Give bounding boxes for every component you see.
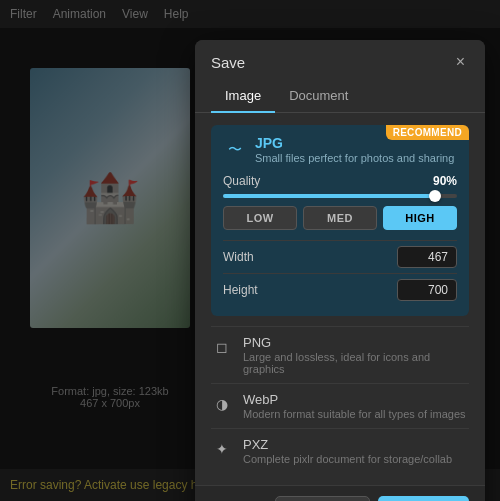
tab-image[interactable]: Image	[211, 82, 275, 113]
png-icon: ◻	[211, 336, 233, 358]
pxz-format-option[interactable]: ✦ PXZ Complete pixlr document for storag…	[211, 428, 469, 473]
quality-label: Quality	[223, 174, 260, 188]
width-input[interactable]	[397, 246, 457, 268]
pxz-format-desc: Complete pixlr document for storage/coll…	[243, 453, 452, 465]
jpg-icon: 〜	[223, 138, 247, 162]
height-row: Height	[223, 273, 457, 306]
save-dialog: Save × Image Document 〜 JPG Small files …	[195, 40, 485, 501]
pxz-icon: ✦	[211, 438, 233, 460]
dialog-body: 〜 JPG Small files perfect for photos and…	[195, 113, 485, 485]
pxz-format-text: PXZ Complete pixlr document for storage/…	[243, 437, 452, 465]
quality-row: Quality 90%	[223, 174, 457, 188]
png-format-text: PNG Large and lossless, ideal for icons …	[243, 335, 469, 375]
height-label: Height	[223, 283, 258, 297]
height-input[interactable]	[397, 279, 457, 301]
quality-slider[interactable]	[223, 194, 457, 198]
width-label: Width	[223, 250, 254, 264]
jpg-format-desc: Small files perfect for photos and shari…	[255, 152, 454, 164]
quality-med-button[interactable]: MED	[303, 206, 377, 230]
png-format-name: PNG	[243, 335, 469, 350]
quality-slider-container[interactable]	[223, 194, 457, 198]
png-format-desc: Large and lossless, ideal for icons and …	[243, 351, 469, 375]
dialog-footer: CANCEL SAVE AS	[195, 485, 485, 501]
quality-high-button[interactable]: HIGH	[383, 206, 457, 230]
webp-format-option[interactable]: ◑ WebP Modern format suitable for all ty…	[211, 383, 469, 428]
quality-value: 90%	[433, 174, 457, 188]
dialog-header: Save ×	[195, 40, 485, 82]
webp-format-text: WebP Modern format suitable for all type…	[243, 392, 466, 420]
slider-thumb	[429, 190, 441, 202]
jpg-format-section[interactable]: 〜 JPG Small files perfect for photos and…	[211, 125, 469, 316]
recommend-badge: Recommend	[386, 125, 469, 140]
webp-icon: ◑	[211, 393, 233, 415]
webp-format-name: WebP	[243, 392, 466, 407]
slider-fill	[223, 194, 434, 198]
quality-low-button[interactable]: LOW	[223, 206, 297, 230]
tab-document[interactable]: Document	[275, 82, 362, 113]
close-button[interactable]: ×	[452, 52, 469, 72]
png-format-option[interactable]: ◻ PNG Large and lossless, ideal for icon…	[211, 326, 469, 383]
pxz-format-name: PXZ	[243, 437, 452, 452]
save-as-button[interactable]: SAVE AS	[378, 496, 469, 501]
tab-bar: Image Document	[195, 82, 485, 113]
width-row: Width	[223, 240, 457, 273]
quality-buttons: LOW MED HIGH	[223, 206, 457, 230]
cancel-button[interactable]: CANCEL	[275, 496, 370, 501]
webp-format-desc: Modern format suitable for all types of …	[243, 408, 466, 420]
dialog-title: Save	[211, 54, 245, 71]
